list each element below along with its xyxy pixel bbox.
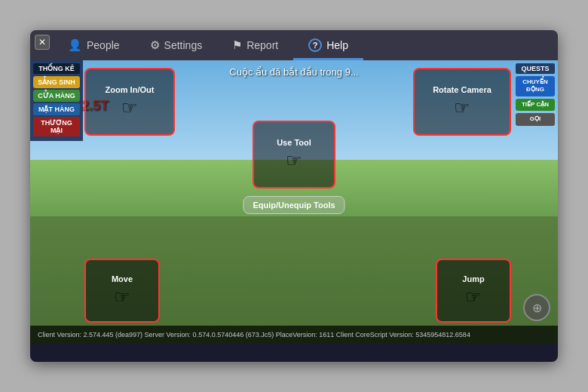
game-area: Cuộc ẩu đã bắt đầu trong 9... 2.5T THỐNG… xyxy=(30,60,558,344)
nav-label-report: Report xyxy=(247,39,278,51)
move-label: Move xyxy=(112,274,133,283)
game-window: ✕ 👤 People ⚙ Settings ⚑ Report ? Help Cu… xyxy=(30,30,558,362)
dpad-icon: ⊕ xyxy=(532,301,542,315)
close-button[interactable]: ✕ xyxy=(35,35,50,50)
nav-item-people[interactable]: 👤 People xyxy=(53,30,135,60)
zoom-control[interactable]: Zoom In/Out ☞ xyxy=(84,68,175,136)
move-control[interactable]: Move ☞ xyxy=(84,259,160,323)
quest-btn-call[interactable]: GỌI xyxy=(516,113,555,125)
nav-bar: 👤 People ⚙ Settings ⚑ Report ? Help xyxy=(30,30,558,60)
jump-hand-icon: ☞ xyxy=(465,286,482,308)
nav-label-help: Help xyxy=(326,39,348,51)
report-icon: ⚑ xyxy=(232,38,242,52)
sidebar-btn-spawn[interactable]: SẢNG SINH xyxy=(33,76,80,88)
status-bar: Client Version: 2.574.445 (dea997) Serve… xyxy=(30,326,558,344)
quest-btn-move[interactable]: CHUYỂN ĐỘNG xyxy=(516,76,555,96)
sidebar-btn-shop[interactable]: CỬA HÀNG xyxy=(33,90,80,102)
game-notification: Cuộc ẩu đã bắt đầu trong 9... xyxy=(229,66,358,78)
people-icon: 👤 xyxy=(68,38,82,52)
quest-btn-approach[interactable]: TIẾP CẬN xyxy=(516,99,555,111)
sidebar-btn-trade[interactable]: THƯƠNG MẠI xyxy=(33,117,80,136)
move-hand-icon: ☞ xyxy=(114,286,130,308)
use-tool-label: Use Tool xyxy=(277,138,311,147)
nav-item-help[interactable]: ? Help xyxy=(293,30,363,60)
rotate-camera-control[interactable]: Rotate Camera ☞ xyxy=(413,68,511,136)
use-tool-control[interactable]: Use Tool ☞ xyxy=(253,121,335,188)
sidebar-btn-items[interactable]: MẶT HÀNG xyxy=(33,103,80,115)
sidebar-top: THỐNG KÊ SẢNG SINH CỬA HÀNG MẶT HÀNG THƯ… xyxy=(30,60,83,141)
stats-label: THỐNG KÊ xyxy=(33,63,80,74)
zoom-hand-icon: ☞ xyxy=(121,97,138,118)
zoom-label: Zoom In/Out xyxy=(106,85,155,94)
dpad[interactable]: ⊕ xyxy=(523,294,550,321)
rotate-hand-icon: ☞ xyxy=(454,97,470,118)
jump-label: Jump xyxy=(462,274,484,283)
help-icon: ? xyxy=(308,38,322,52)
equip-label: Equip/Unequip Tools xyxy=(253,201,335,210)
jump-control[interactable]: Jump ☞ xyxy=(436,259,511,323)
left-sidebar: THỐNG KÊ SẢNG SINH CỬA HÀNG MẶT HÀNG THƯ… xyxy=(30,60,83,344)
nav-label-people: People xyxy=(87,39,120,51)
nav-item-report[interactable]: ⚑ Report xyxy=(217,30,293,60)
quests-label: QUESTS xyxy=(516,63,555,74)
equip-control[interactable]: Equip/Unequip Tools xyxy=(243,196,345,214)
nav-label-settings: Settings xyxy=(164,39,203,51)
nav-item-settings[interactable]: ⚙ Settings xyxy=(135,30,218,60)
settings-icon: ⚙ xyxy=(150,38,160,52)
rotate-label: Rotate Camera xyxy=(433,85,492,94)
use-tool-hand-icon: ☞ xyxy=(286,150,302,171)
status-text: Client Version: 2.574.445 (dea997) Serve… xyxy=(38,331,470,338)
